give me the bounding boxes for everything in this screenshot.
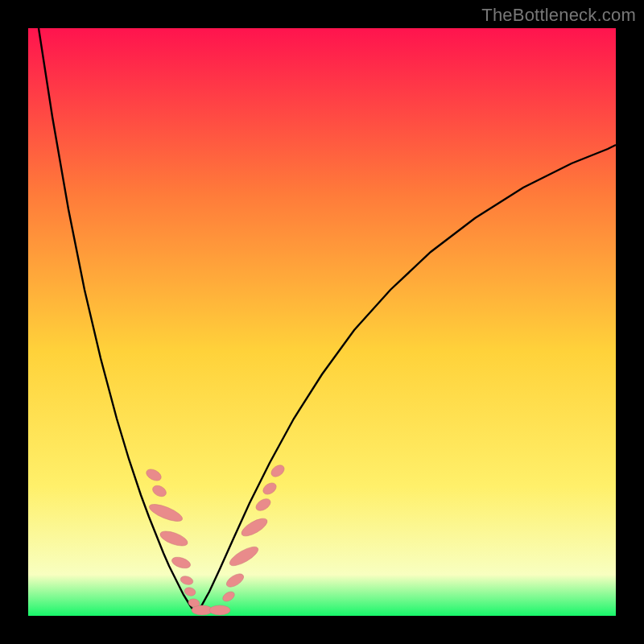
watermark-text: TheBottleneck.com [481,5,636,26]
plot-background [28,28,616,616]
plot-area [28,28,616,616]
marker-lozenge [209,605,230,615]
plot-svg [28,28,616,616]
chart-frame: TheBottleneck.com [0,0,644,644]
